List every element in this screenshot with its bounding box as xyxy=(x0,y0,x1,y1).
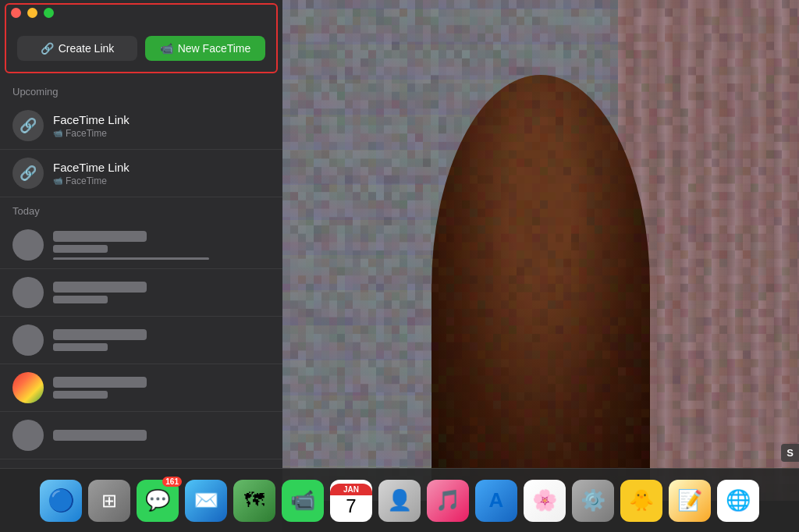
create-link-label: Create Link xyxy=(59,42,115,55)
messages-badge: 161 xyxy=(162,477,182,487)
minimize-button[interactable] xyxy=(27,8,37,18)
dock-item-finder[interactable]: 🔵 xyxy=(40,480,82,522)
dock-item-cyberduck[interactable]: 🐥 xyxy=(620,480,662,522)
appstore-icon: A xyxy=(489,488,504,512)
dock-item-launchpad[interactable]: ⊞ xyxy=(88,480,130,522)
today-item-5-text xyxy=(53,430,147,441)
upcoming-item-1-subtitle: 📹 FaceTime xyxy=(53,128,130,139)
video-area: S xyxy=(282,0,799,501)
today-item-5-title xyxy=(53,430,147,441)
dock: 🔵 ⊞ 💬 161 ✉️ 🗺 📹 JAN 7 👤 🎵 A 🌸 xyxy=(0,468,799,532)
close-button[interactable] xyxy=(11,8,21,18)
chrome-icon: 🌐 xyxy=(726,488,751,512)
upcoming-section-label: Upcoming xyxy=(0,78,282,102)
today-item-1[interactable] xyxy=(0,222,282,269)
create-link-button[interactable]: 🔗 Create Link xyxy=(17,36,137,61)
new-facetime-label: New FaceTime xyxy=(178,42,251,55)
link-icon-1: 🔗 xyxy=(20,117,37,134)
video-icon-small: 📹 xyxy=(53,129,62,137)
link-icon-2: 🔗 xyxy=(20,165,37,182)
facetime-icon: 📹 xyxy=(290,488,315,512)
video-icon-small-2: 📹 xyxy=(53,176,62,185)
notes-icon: 📝 xyxy=(677,488,702,512)
today-item-1-text xyxy=(53,231,209,260)
today-item-3[interactable] xyxy=(0,317,282,364)
today-item-3-title xyxy=(53,329,147,340)
dock-item-settings[interactable]: ⚙️ xyxy=(572,480,614,522)
launchpad-icon: ⊞ xyxy=(101,490,117,512)
calendar-inner: JAN 7 xyxy=(330,480,372,522)
today-item-1-icon xyxy=(12,229,44,261)
dock-item-appstore[interactable]: A xyxy=(475,480,517,522)
dock-item-photos[interactable]: 🌸 xyxy=(524,480,566,522)
calendar-day: 7 xyxy=(346,495,356,517)
today-item-2-subtitle xyxy=(53,296,108,303)
today-item-1-progress xyxy=(53,257,209,260)
dock-item-notes[interactable]: 📝 xyxy=(669,480,711,522)
today-item-4[interactable] xyxy=(0,364,282,412)
dock-item-music[interactable]: 🎵 xyxy=(427,480,469,522)
dock-item-maps[interactable]: 🗺 xyxy=(233,480,275,522)
mail-icon: ✉️ xyxy=(194,488,218,512)
today-item-2-text xyxy=(53,282,147,303)
today-item-4-icon xyxy=(12,372,44,403)
link-icon: 🔗 xyxy=(41,42,54,55)
dock-item-facetime[interactable]: 📹 xyxy=(282,480,324,522)
upcoming-item-1[interactable]: 🔗 FaceTime Link 📹 FaceTime xyxy=(0,102,282,150)
today-item-2-icon xyxy=(12,277,44,308)
maps-icon: 🗺 xyxy=(244,488,265,512)
today-item-4-subtitle xyxy=(53,391,108,399)
video-icon: 📹 xyxy=(160,42,173,55)
upcoming-item-2-text: FaceTime Link 📹 FaceTime xyxy=(53,161,130,186)
today-item-1-subtitle xyxy=(53,245,108,253)
photos-icon: 🌸 xyxy=(532,488,557,512)
upcoming-item-1-text: FaceTime Link 📹 FaceTime xyxy=(53,113,130,139)
contacts-icon: 👤 xyxy=(387,488,412,512)
calendar-month: JAN xyxy=(330,484,372,495)
today-item-5[interactable] xyxy=(0,412,282,459)
today-item-4-title xyxy=(53,377,147,388)
messages-icon: 💬 xyxy=(145,488,170,512)
upcoming-item-2[interactable]: 🔗 FaceTime Link 📹 FaceTime xyxy=(0,150,282,197)
today-item-3-subtitle xyxy=(53,343,108,351)
button-row: 🔗 Create Link 📹 New FaceTime xyxy=(17,36,265,61)
sidebar: 🔗 Create Link 📹 New FaceTime Upcoming 🔗 … xyxy=(0,0,282,532)
today-item-2[interactable] xyxy=(0,269,282,317)
dock-item-contacts[interactable]: 👤 xyxy=(378,480,421,522)
dock-item-calendar[interactable]: JAN 7 xyxy=(330,480,372,522)
dock-item-messages[interactable]: 💬 161 xyxy=(137,480,179,522)
new-facetime-button[interactable]: 📹 New FaceTime xyxy=(145,36,265,61)
dock-item-chrome[interactable]: 🌐 xyxy=(717,480,759,522)
finder-icon: 🔵 xyxy=(48,488,75,513)
traffic-lights xyxy=(11,8,54,18)
s-button[interactable]: S xyxy=(781,444,799,462)
upcoming-item-2-icon: 🔗 xyxy=(12,158,44,189)
dock-item-mail[interactable]: ✉️ xyxy=(185,480,227,522)
upcoming-item-1-title: FaceTime Link xyxy=(53,113,130,126)
music-icon: 🎵 xyxy=(435,488,460,512)
today-item-1-title xyxy=(53,231,147,242)
today-item-3-icon xyxy=(12,325,44,356)
today-item-4-text xyxy=(53,377,147,399)
maximize-button[interactable] xyxy=(44,8,54,18)
upcoming-item-1-subtitle-text: FaceTime xyxy=(66,128,107,139)
cyberduck-icon: 🐥 xyxy=(629,488,654,512)
today-item-5-icon xyxy=(12,420,44,451)
upcoming-item-2-title: FaceTime Link xyxy=(53,161,130,174)
today-section-label: Today xyxy=(0,197,282,222)
upcoming-item-1-icon: 🔗 xyxy=(12,110,44,141)
upcoming-item-2-subtitle: 📹 FaceTime xyxy=(53,176,130,186)
today-item-2-title xyxy=(53,282,147,293)
today-item-3-text xyxy=(53,329,147,351)
settings-icon: ⚙️ xyxy=(581,488,605,512)
upcoming-item-2-subtitle-text: FaceTime xyxy=(66,176,107,186)
video-background xyxy=(282,0,799,501)
